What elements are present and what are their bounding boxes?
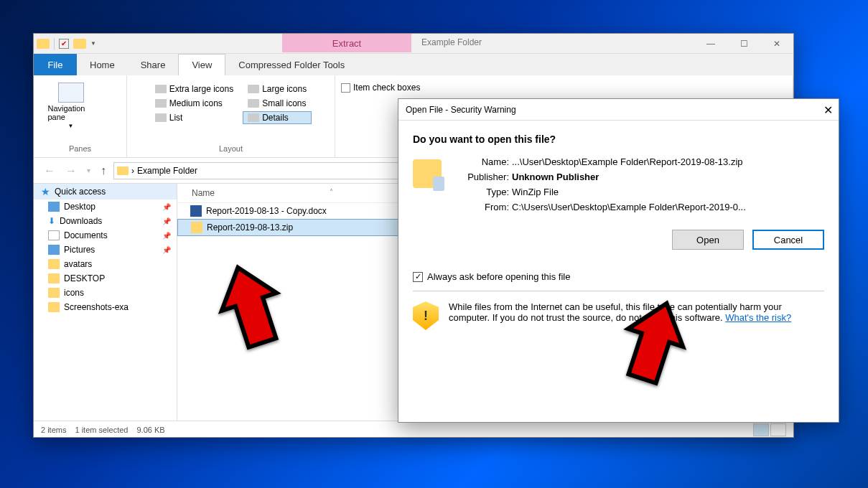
- layout-extra-large[interactable]: Extra large icons: [150, 83, 238, 95]
- prop-label-publisher: Publisher:: [452, 172, 509, 182]
- separator: [54, 38, 55, 50]
- sidebar-item-documents[interactable]: Documents📌: [34, 228, 177, 243]
- maximize-button[interactable]: ☐: [727, 34, 760, 54]
- sidebar-item-desktop[interactable]: Desktop📌: [34, 200, 177, 214]
- word-document-icon: [190, 205, 202, 217]
- whats-the-risk-link[interactable]: What's the risk?: [725, 312, 791, 323]
- prop-value-from: C:\Users\User\Desktop\Example Folder\Rep…: [512, 202, 746, 212]
- warning-footer: ! While files from the Internet can be u…: [413, 291, 824, 330]
- desktop-icon: [48, 202, 60, 212]
- layout-label: Small icons: [262, 98, 306, 108]
- always-ask-checkbox[interactable]: ✓: [413, 272, 423, 282]
- sidebar-item-label: icons: [64, 288, 84, 298]
- status-item-count: 2 items: [41, 426, 66, 434]
- window-controls: — ☐ ✕: [694, 34, 793, 54]
- dialog-question: Do you want to open this file?: [413, 133, 824, 145]
- sidebar-item-pictures[interactable]: Pictures📌: [34, 243, 177, 257]
- ribbon-tabs: File Home Share View Compressed Folder T…: [34, 54, 793, 75]
- quick-access-toolbar: ✔ ▼: [34, 34, 793, 54]
- folder-icon: [117, 166, 129, 175]
- sidebar-item-folder[interactable]: Screenshots-exa: [34, 300, 177, 314]
- sidebar-item-label: DESKTOP: [64, 273, 105, 283]
- ribbon-group-panes: Navigation pane ▼ Panes: [34, 75, 127, 157]
- documents-icon: [48, 230, 60, 240]
- breadcrumb-separator: ›: [131, 166, 134, 176]
- folder-icon: [48, 302, 60, 312]
- history-dropdown-icon[interactable]: ▾: [84, 166, 93, 174]
- pin-icon: 📌: [162, 246, 171, 254]
- tab-compressed-tools[interactable]: Compressed Folder Tools: [225, 54, 358, 75]
- column-name-header[interactable]: Name: [192, 188, 215, 198]
- prop-label-name: Name:: [452, 156, 509, 167]
- properties-icon[interactable]: ✔: [59, 39, 69, 49]
- layout-list[interactable]: List: [150, 111, 238, 124]
- checkbox-icon[interactable]: [341, 83, 350, 93]
- layout-small[interactable]: Small icons: [243, 97, 312, 110]
- layout-label: Large icons: [262, 84, 307, 94]
- up-button[interactable]: ↑: [98, 164, 109, 177]
- layout-medium[interactable]: Medium icons: [150, 97, 238, 110]
- file-name: Report-2019-08-13.zip: [207, 222, 293, 233]
- file-name: Report-2019-08-13 - Copy.docx: [206, 206, 327, 216]
- layout-icon: [155, 85, 167, 93]
- dialog-title: Open File - Security Warning: [406, 105, 516, 115]
- dialog-body: Do you want to open this file? Name: ...…: [398, 121, 839, 337]
- sidebar-item-label: avatars: [64, 259, 92, 269]
- details-view-button[interactable]: [753, 423, 769, 436]
- sidebar-item-folder[interactable]: DESKTOP: [34, 271, 177, 286]
- sidebar-item-label: Screenshots-exa: [64, 302, 129, 312]
- sidebar-item-folder[interactable]: icons: [34, 286, 177, 300]
- pin-icon: 📌: [162, 203, 171, 211]
- item-check-boxes-label: Item check boxes: [353, 83, 420, 93]
- warning-text-block: While files from the Internet can be use…: [449, 301, 824, 330]
- details-pane-icon[interactable]: [98, 100, 113, 111]
- tab-share[interactable]: Share: [128, 54, 179, 75]
- prop-value-name: ...\User\Desktop\Example Folder\Report-2…: [512, 156, 746, 167]
- contextual-tab-header: Extract: [282, 34, 411, 52]
- download-icon: ⬇: [48, 216, 55, 226]
- prop-value-publisher: Unknown Publisher: [512, 172, 746, 182]
- dialog-buttons: Open Cancel: [413, 230, 824, 250]
- sidebar-item-label: Documents: [64, 230, 108, 240]
- breadcrumb-folder[interactable]: Example Folder: [137, 166, 197, 176]
- pictures-icon: [48, 245, 60, 255]
- layout-icon: [248, 99, 259, 108]
- sidebar-item-label: Desktop: [64, 202, 95, 212]
- new-folder-icon[interactable]: [73, 39, 86, 49]
- sidebar-quick-access[interactable]: ★ Quick access: [34, 184, 177, 200]
- qat-dropdown-icon[interactable]: ▼: [90, 40, 96, 47]
- navigation-pane-button[interactable]: Navigation pane ▼: [48, 83, 94, 129]
- tab-view[interactable]: View: [178, 54, 225, 75]
- sidebar-item-folder[interactable]: avatars: [34, 257, 177, 271]
- back-button[interactable]: ←: [41, 164, 58, 177]
- tab-file[interactable]: File: [34, 54, 77, 75]
- prop-label-type: Type:: [452, 187, 509, 197]
- layout-icon: [155, 99, 167, 108]
- sidebar-item-downloads[interactable]: ⬇Downloads📌: [34, 214, 177, 228]
- navigation-sidebar: ★ Quick access Desktop📌 ⬇Downloads📌 Docu…: [34, 184, 177, 421]
- layout-large[interactable]: Large icons: [243, 83, 312, 95]
- thumbnails-view-button[interactable]: [770, 423, 786, 436]
- star-icon: ★: [41, 186, 50, 197]
- minimize-button[interactable]: —: [694, 34, 727, 54]
- close-button[interactable]: ✕: [760, 34, 793, 54]
- open-button[interactable]: Open: [672, 230, 744, 250]
- status-bar: 2 items 1 item selected 9.06 KB: [34, 421, 793, 438]
- sort-indicator-icon: ˄: [330, 188, 333, 198]
- file-type-icon: [413, 159, 442, 188]
- preview-pane-icon[interactable]: [98, 85, 113, 97]
- layout-label: Details: [262, 113, 289, 123]
- folder-icon: [48, 259, 60, 269]
- always-ask-row: ✓ Always ask before opening this file: [413, 271, 824, 282]
- shield-warning-icon: !: [413, 301, 439, 330]
- window-title: Example Folder: [421, 37, 482, 47]
- ribbon-group-label: Layout: [219, 143, 243, 154]
- status-selection: 1 item selected: [75, 426, 128, 434]
- cancel-button[interactable]: Cancel: [752, 230, 824, 250]
- tab-home[interactable]: Home: [77, 54, 128, 75]
- close-icon[interactable]: ✕: [823, 103, 833, 117]
- layout-details[interactable]: Details: [243, 111, 312, 124]
- layout-icon: [248, 113, 259, 122]
- navigation-pane-label: Navigation pane: [48, 104, 94, 121]
- forward-button[interactable]: →: [62, 164, 80, 177]
